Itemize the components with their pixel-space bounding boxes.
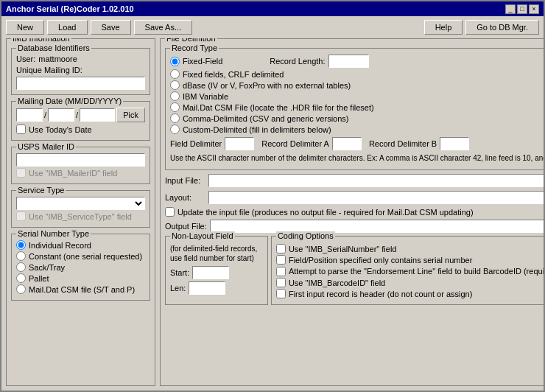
update-input-label: Update the input file (produces no outpu… xyxy=(177,208,474,217)
file-definition-title: File Definition xyxy=(165,38,217,43)
serial-number-title: Serial Number Type xyxy=(16,229,91,238)
left-panel: IMB Information Database Identifiers Use… xyxy=(6,38,155,386)
input-file-input[interactable] xyxy=(208,174,544,187)
year-input[interactable] xyxy=(80,108,115,122)
coding-opt-3-checkbox[interactable] xyxy=(276,267,286,276)
rt-maildat-label: Mail.Dat CSM File (locate the .HDR file … xyxy=(183,103,374,112)
title-bar: Anchor Serial (Re)Coder 1.02.010 _ □ × xyxy=(1,1,544,16)
serial-maildat-row: Mail.Dat CSM file (S/T and P) xyxy=(16,284,145,294)
load-button[interactable]: Load xyxy=(47,20,87,35)
len-input[interactable] xyxy=(189,281,225,295)
rt-ibm-radio[interactable] xyxy=(170,91,180,101)
use-today-checkbox[interactable] xyxy=(16,125,26,134)
serial-maildat-radio[interactable] xyxy=(16,284,26,294)
rt-crlf-label: Fixed fields, CRLF delimited xyxy=(183,70,284,79)
rt-ibm-row: IBM Variable xyxy=(170,91,544,101)
mailing-date-group: Mailing Date (MM/DD/YYYY) / / Pick Use T… xyxy=(11,101,150,141)
serial-individual-row: Individual Record xyxy=(16,240,145,250)
rt-fixed-row: Fixed-Field Record Length: xyxy=(170,55,544,68)
record-delimiter-b-label: Record Delimiter B xyxy=(369,139,437,148)
window-title: Anchor Serial (Re)Coder 1.02.010 xyxy=(6,4,134,13)
day-input[interactable] xyxy=(48,108,74,122)
save-as-button[interactable]: Save As... xyxy=(134,20,193,35)
coding-opt-2-label: Field/Position specified only contains s… xyxy=(289,256,472,265)
layout-select[interactable] xyxy=(208,191,544,204)
go-to-db-button[interactable]: Go to DB Mgr. xyxy=(465,20,539,35)
serial-number-options: Individual Record Constant (one serial r… xyxy=(16,240,145,294)
window-controls: _ □ × xyxy=(505,4,539,14)
unique-mailing-label: Unique Mailing ID: xyxy=(16,66,82,74)
record-type-group: Record Type Fixed-Field Record Length: F… xyxy=(165,48,544,170)
coding-opt-2-checkbox[interactable] xyxy=(276,255,286,265)
update-input-checkbox[interactable] xyxy=(165,207,175,217)
pick-button[interactable]: Pick xyxy=(116,108,145,122)
service-type-select[interactable] xyxy=(16,197,145,210)
usps-mailer-checkbox[interactable] xyxy=(16,168,26,178)
service-type-use-label: Use "IMB_ServiceType" field xyxy=(29,212,132,221)
unique-mailing-input[interactable] xyxy=(16,77,145,90)
start-input[interactable] xyxy=(192,266,229,279)
rt-maildat-row: Mail.Dat CSM File (locate the .HDR file … xyxy=(170,102,544,112)
usps-mailer-group: USPS Mailer ID Use "IMB_MailerID" field xyxy=(11,147,150,184)
minimize-button[interactable]: _ xyxy=(505,4,516,14)
record-length-label: Record Length: xyxy=(270,57,325,66)
field-delimiter-input[interactable] xyxy=(225,137,254,150)
service-type-title: Service Type xyxy=(16,186,66,195)
non-layout-description: (for delimited-field records, use field … xyxy=(170,244,263,263)
rt-fixed-radio[interactable] xyxy=(170,57,180,66)
rt-custom-label: Custom-Delimited (fill in delimiters bel… xyxy=(183,125,331,134)
help-button[interactable]: Help xyxy=(424,20,463,35)
rt-dbase-label: dBase (IV or V, FoxPro with no external … xyxy=(183,81,351,90)
record-length-input[interactable] xyxy=(328,55,369,68)
month-input[interactable] xyxy=(16,108,43,122)
unique-mailing-row: Unique Mailing ID: xyxy=(16,66,145,74)
db-identifiers-group: Database Identifiers User: mattmoore Uni… xyxy=(11,48,150,95)
mailing-date-title: Mailing Date (MM/DD/YYYY) xyxy=(16,97,123,105)
maximize-button[interactable]: □ xyxy=(517,4,527,14)
rt-maildat-radio[interactable] xyxy=(170,102,180,112)
toolbar-right: Help Go to DB Mgr. xyxy=(424,20,539,35)
layout-row: Layout: Create/View xyxy=(165,190,544,205)
serial-pallet-radio[interactable] xyxy=(16,273,26,283)
bottom-panels: Non-Layout Field (for delimited-field re… xyxy=(165,236,544,305)
service-type-group: Service Type Use "IMB_ServiceType" field xyxy=(11,190,150,228)
coding-opt-4-checkbox[interactable] xyxy=(276,278,286,287)
record-delimiter-b-input[interactable] xyxy=(440,137,469,150)
serial-individual-radio[interactable] xyxy=(16,240,26,250)
main-content: IMB Information Database Identifiers Use… xyxy=(1,38,544,391)
new-button[interactable]: New xyxy=(6,20,44,35)
user-row: User: mattmoore xyxy=(16,55,145,63)
serial-sack-label: Sack/Tray xyxy=(29,263,65,272)
coding-opt-1-checkbox[interactable] xyxy=(276,244,286,253)
main-window: Anchor Serial (Re)Coder 1.02.010 _ □ × N… xyxy=(0,0,545,392)
serial-constant-row: Constant (one serial requested) xyxy=(16,251,145,261)
coding-options-list: Use "IMB_SerialNumber" field Field/Posit… xyxy=(276,244,544,298)
field-delimiter-label: Field Delimiter xyxy=(170,139,222,148)
rt-csv-radio[interactable] xyxy=(170,113,180,123)
toolbar: New Load Save Save As... Help Go to DB M… xyxy=(1,16,544,38)
rt-custom-row: Custom-Delimited (fill in delimiters bel… xyxy=(170,125,544,134)
update-input-row: Update the input file (produces no outpu… xyxy=(165,207,544,217)
coding-opt-3-row: Attempt to parse the "Endorsement Line" … xyxy=(276,266,544,276)
input-file-row: Input File: Browse xyxy=(165,173,544,188)
record-delimiter-a-input[interactable] xyxy=(332,137,362,150)
save-button[interactable]: Save xyxy=(91,20,131,35)
rt-dbase-radio[interactable] xyxy=(170,80,180,90)
service-type-checkbox[interactable] xyxy=(16,211,26,221)
record-type-options: Fixed-Field Record Length: Fixed fields,… xyxy=(170,55,544,134)
coding-options-group: Coding Options Use "IMB_SerialNumber" fi… xyxy=(271,236,544,305)
user-label: User: xyxy=(16,55,35,63)
serial-sack-radio[interactable] xyxy=(16,262,26,272)
usps-mailer-input[interactable] xyxy=(16,153,145,167)
close-button[interactable]: × xyxy=(529,4,539,14)
rt-crlf-radio[interactable] xyxy=(170,69,180,79)
rt-csv-label: Comma-Delimited (CSV and generic version… xyxy=(183,114,349,123)
usps-mailer-use-label: Use "IMB_MailerID" field xyxy=(29,169,117,178)
rt-custom-radio[interactable] xyxy=(170,125,180,134)
serial-constant-radio[interactable] xyxy=(16,251,26,261)
output-file-input[interactable] xyxy=(210,220,544,233)
len-row: Len: xyxy=(170,281,263,295)
coding-opt-1-row: Use "IMB_SerialNumber" field xyxy=(276,244,544,253)
coding-options-title: Coding Options xyxy=(276,231,335,240)
coding-opt-5-checkbox[interactable] xyxy=(276,289,286,298)
